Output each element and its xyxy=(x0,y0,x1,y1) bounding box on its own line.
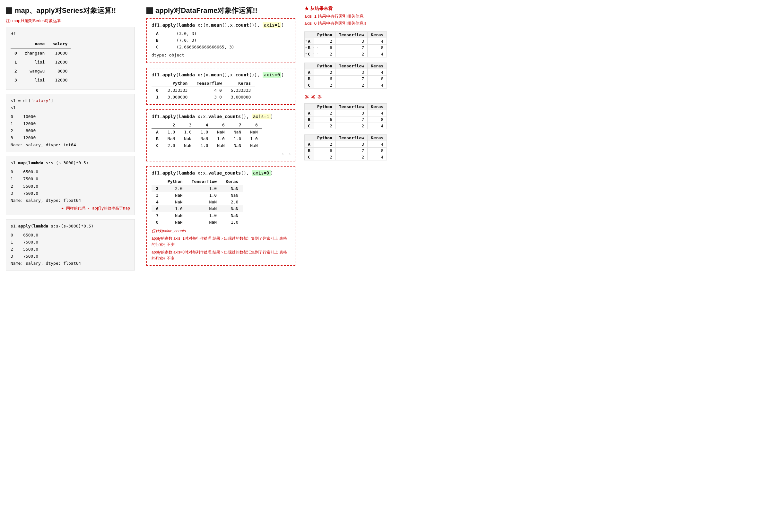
apply-code-line: s1.apply(lambda s:s-(s-3000)*0.5) xyxy=(11,223,130,230)
col-tensorflow: Tensorflow xyxy=(335,63,367,69)
s1-code-line1: s1 = df['salary'] xyxy=(11,97,130,104)
mid-box2: df1.apply(lambda x:(x.mean(),x.count()),… xyxy=(146,68,295,105)
axis1-label2: axis=1 xyxy=(252,114,271,119)
table-row: 4NaNNaN2.0 xyxy=(151,199,243,205)
block-icon xyxy=(6,7,12,14)
table-row: B678 xyxy=(305,148,387,154)
middle-column: apply对DataFrame对象作运算!! df1.apply(lambda … xyxy=(141,6,301,274)
col-keras: Keras xyxy=(226,80,255,87)
col-python: Python xyxy=(163,80,192,87)
left-section-title: map、apply对Series对象运算!! xyxy=(6,6,135,15)
table-row: 3NaN1.0NaN xyxy=(151,192,243,199)
col-keras: Keras xyxy=(367,135,387,141)
table-row: B 6- - - 78 xyxy=(305,116,387,123)
col-keras: Keras xyxy=(367,63,387,69)
table-header-row: PythonTensorflowKeras xyxy=(151,178,243,185)
right-star-header: ★ 从结果来看 xyxy=(304,6,760,12)
right-divider: ※ ※ ※ xyxy=(304,94,760,101)
s1-code-line2: s1 xyxy=(11,104,130,111)
map-output: 0 6500.0 1 7500.0 2 5500.0 3 7500.0 xyxy=(11,168,130,197)
table-row: 13.0000003.03.000000 xyxy=(151,94,255,100)
mid-block-icon xyxy=(146,7,153,14)
axis1-label: axis=1 xyxy=(262,22,281,28)
mid-box1: df1.apply(lambda x:(x.mean(),x.count()),… xyxy=(146,18,295,63)
right-table2: Python Tensorflow Keras A234 B678 C224 xyxy=(304,63,387,89)
dashed-arrow-decoration: ⟶ ⟶ xyxy=(151,150,290,157)
mid-box4-note3: apply的参数 axis=0时对每列作处理 结果＞出现过的数都汇集到了行索引上… xyxy=(151,249,290,262)
apply-code-block: s1.apply(lambda s:s-(s-3000)*0.5) 0 6500… xyxy=(6,219,135,271)
table-row: 7NaN1.0NaN xyxy=(151,212,243,219)
col-tensorflow: Tensorflow xyxy=(335,32,367,38)
table-row: C 2◄ - - - 24 xyxy=(305,51,387,57)
col-python: Python xyxy=(314,135,335,141)
df-block: df name salary 0zhangsan100001lisi120002… xyxy=(6,27,135,90)
table-row: C224 xyxy=(305,123,387,129)
col-tensorflow: Tensorflow xyxy=(335,104,367,110)
mid-box4-note2: apply的参数 axis=1时对每行作处理 结果＞出现过的数都汇集到了列索引上… xyxy=(151,236,290,248)
table-row: A234 xyxy=(305,141,387,148)
mid-box3-code: df1.apply(lambda x:x.value_counts(), axi… xyxy=(151,114,290,119)
df-col-name: name xyxy=(21,39,49,49)
mid-title-text: apply对DataFrame对象作运算!! xyxy=(155,6,257,15)
right-table1: Python Tensorflow Keras A 2◄ - - - 34 B … xyxy=(304,31,387,57)
apply-output: 0 6500.0 1 7500.0 2 5500.0 3 7500.0 xyxy=(11,232,130,260)
df-label: df xyxy=(11,30,130,38)
right-star-line2: axis=0 结果中有列索引相关信息!! xyxy=(304,20,760,27)
table-row: B678 xyxy=(305,76,387,82)
table-row: 0zhangsan10000 xyxy=(11,49,71,58)
table-row: C2.0NaN1.0NaNNaNNaN xyxy=(151,142,262,149)
df-col-idx xyxy=(11,39,21,49)
table-header-row: Python Tensorflow Keras xyxy=(151,80,255,87)
page-layout: map、apply对Series对象运算!! 注: map只能对Series对象… xyxy=(6,6,760,274)
mid-box3-table: 234678 A1.01.01.0NaNNaNNaN BNaNNaNNaN1.0… xyxy=(151,122,262,149)
map-dtype: Name: salary, dtype: float64 xyxy=(11,197,130,204)
table-row: C224 xyxy=(305,154,387,160)
col-python: Python xyxy=(314,32,335,38)
table-row: C224 xyxy=(305,82,387,89)
col-python: Python xyxy=(314,63,335,69)
mid-box4-table: PythonTensorflowKeras 22.01.0NaN 3NaN1.0… xyxy=(151,178,243,226)
s1-code-block: s1 = df['salary'] s1 0 10000 1 12000 2 8… xyxy=(6,94,135,152)
table-row: 1lisi12000 xyxy=(11,58,71,67)
table-row: B(7.0, 3) xyxy=(151,37,239,44)
left-title-text: map、apply对Series对象运算!! xyxy=(15,6,116,15)
table-header-row: 234678 xyxy=(151,122,262,129)
col-python: Python xyxy=(314,104,335,110)
axis0-label2: axis=0 xyxy=(252,170,271,176)
mid-box3: df1.apply(lambda x:x.value_counts(), axi… xyxy=(146,109,295,161)
df-table: name salary 0zhangsan100001lisi120002wan… xyxy=(11,39,71,85)
table-row: 3lisi12000 xyxy=(11,76,71,85)
right-table2-container: Python Tensorflow Keras A234 B678 C224 xyxy=(304,63,760,89)
right-table4: Python Tensorflow Keras A234 B678 C224 xyxy=(304,134,387,160)
table-header-row: Python Tensorflow Keras xyxy=(305,135,387,141)
table-row: A1.01.01.0NaNNaNNaN xyxy=(151,129,262,136)
right-column: ★ 从结果来看 axis=1 结果中有行索引相关信息 axis=0 结果中有列索… xyxy=(301,6,760,274)
table-header-row: Python Tensorflow Keras xyxy=(305,63,387,69)
mid-section-title: apply对DataFrame对象作运算!! xyxy=(146,6,295,15)
table-row: 03.3333334.05.333333 xyxy=(151,87,255,94)
right-table1-container: Python Tensorflow Keras A 2◄ - - - 34 B … xyxy=(304,31,760,57)
apply-dtype: Name: salary, dtype: float64 xyxy=(11,260,130,267)
col-keras: Keras xyxy=(367,104,387,110)
table-row: 22.01.0NaN xyxy=(151,185,243,192)
right-table3: Python Tensorflow Keras A234 B 6- - - 78 xyxy=(304,103,387,129)
mid-box1-code: df1.apply(lambda x:(x.mean(),x.count()),… xyxy=(151,22,290,28)
mid-box2-table: Python Tensorflow Keras 03.3333334.05.33… xyxy=(151,80,255,100)
table-row: 2wangwu8000 xyxy=(11,67,71,76)
df-col-salary: salary xyxy=(48,39,71,49)
mid-box4-note1: 仅针对value_counts xyxy=(151,228,290,234)
col-tensorflow: Tensorflow xyxy=(335,135,367,141)
left-column: map、apply对Series对象运算!! 注: map只能对Series对象… xyxy=(6,6,141,274)
col-tensorflow: Tensorflow xyxy=(192,80,226,87)
mid-box1-dtype: dtype: object xyxy=(151,52,290,59)
right-table3-container: Python Tensorflow Keras A234 B 6- - - 78 xyxy=(304,103,760,129)
s1-output: 0 10000 1 12000 2 8000 3 12000 Name: sal… xyxy=(11,113,130,149)
mid-box4-code: df1.apply(lambda x:x.value_counts(), axi… xyxy=(151,170,290,176)
map-code-line: s1.map(lambda s:s-(s-3000)*0.5) xyxy=(11,159,130,167)
table-header-row: Python Tensorflow Keras xyxy=(305,32,387,38)
right-table4-container: Python Tensorflow Keras A234 B678 C224 xyxy=(304,134,760,160)
table-row: A234 xyxy=(305,110,387,116)
table-row: 8NaNNaN1.0 xyxy=(151,219,243,226)
table-row: C(2.6666666666666665, 3) xyxy=(151,44,239,50)
table-row: 61.0NaNNaN xyxy=(151,205,243,212)
